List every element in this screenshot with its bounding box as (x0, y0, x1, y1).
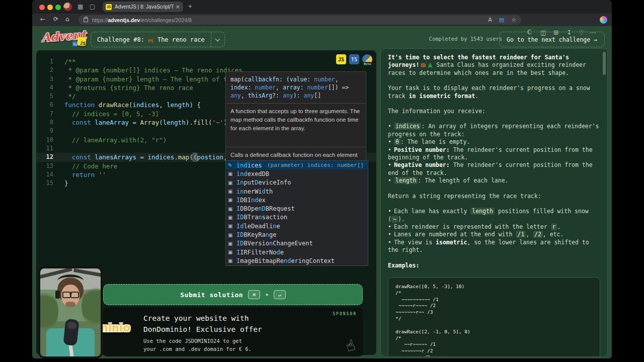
suggest-item[interactable]: ▣ImageBitmapRenderingContext (226, 256, 368, 265)
description-content: It's time to select the fastest reindeer… (381, 49, 607, 269)
line-number: 3 (36, 75, 53, 83)
description-list: •indices: An array of integers represent… (388, 123, 600, 185)
line-number: 2 (36, 66, 53, 74)
global-symbol-icon: ▣ (228, 180, 236, 186)
minimize-window-button[interactable] (47, 5, 53, 10)
read-aloud-icon[interactable]: A (488, 17, 492, 23)
person-beard (65, 302, 75, 307)
global-symbol-icon: ▣ (228, 197, 236, 203)
tree-icon (428, 62, 433, 67)
reindeer-icon (421, 63, 426, 67)
workspaces-icon[interactable]: ▦ (77, 3, 83, 10)
parameter-icon: ✎ (228, 162, 236, 168)
address-bar[interactable]: https://adventjs.dev/en/challenges/2024/… (78, 15, 521, 25)
list-item: •Positive number: The reindeer's current… (388, 146, 600, 162)
tab-close-icon[interactable]: × (176, 4, 180, 10)
enter-key-icon: ↵ (274, 290, 286, 299)
line-number: 9 (36, 127, 53, 135)
suggest-item[interactable]: ▣indexedDB (226, 169, 368, 178)
global-symbol-icon: ▣ (228, 171, 236, 176)
suggest-item[interactable]: ▣IDBVersionChangeEvent (226, 239, 368, 248)
reindeer-icon (147, 37, 154, 43)
line-number: 1 (36, 57, 53, 66)
home-icon[interactable]: ⌂ (65, 16, 69, 23)
list-item: •Each reindeer is represented with the l… (388, 223, 600, 231)
sponsor-title: Create your website with DonDominio! Exc… (143, 313, 262, 335)
suggest-label: IDBVersionChangeEvent (236, 240, 313, 247)
suggest-item[interactable]: ▣IDBTransaction (226, 213, 368, 222)
global-symbol-icon: ▣ (228, 258, 236, 263)
browser-window: ▦ ▢ JS AdventJS | 8: JavaScript/TypeS × … (32, 0, 612, 358)
suggest-item[interactable]: ▣IDBKeyRange (226, 230, 368, 239)
line-number: 5 (36, 92, 53, 101)
suggest-label: innerWidth (236, 188, 273, 195)
suggest-item[interactable]: ✎indices(parameter) indices: number[] (226, 161, 368, 169)
suggest-label: ImageBitmapRenderingContext (236, 257, 335, 264)
tab-title: AdventJS | 8: JavaScript/TypeS (115, 4, 174, 10)
sponsor-banner[interactable]: SPONSOR minio Create your website with D… (103, 308, 363, 356)
close-window-button[interactable] (39, 5, 45, 10)
suggest-item[interactable]: ▣IdleDeadline (226, 222, 368, 230)
cmd-key-icon: ⌘ (248, 290, 260, 299)
global-symbol-icon: ▣ (228, 232, 236, 238)
next-challenge-button[interactable]: Go to the next challenge ⇒ (499, 32, 605, 47)
webcam-video (40, 268, 101, 356)
suggest-item[interactable]: ▣IIRFilterNode (226, 248, 368, 256)
example-block: drawRace([2, -1, 0, 5], 8) /* ~~r~~~~~ /… (395, 329, 593, 357)
suggest-label: IdleDeadline (236, 223, 280, 230)
global-symbol-icon: ▣ (228, 206, 236, 212)
adventjs-logo[interactable]: Advent ts JS (41, 29, 97, 48)
line-number: 14 (36, 170, 53, 179)
zoom-window-button[interactable] (55, 5, 61, 10)
line-number: 11 (36, 144, 53, 153)
line-number: 12 (36, 153, 53, 161)
sidebar-toggle-icon[interactable]: ▢ (90, 3, 95, 10)
suggest-label: IDBIndex (236, 197, 266, 204)
challenge-prefix: Challenge #8: (97, 36, 144, 43)
scrollbar-thumb[interactable] (603, 52, 606, 75)
lock-icon (84, 18, 88, 22)
code-line[interactable]: 1/** (36, 57, 376, 66)
challenge-selector[interactable]: Challenge #8: The reno race (91, 32, 225, 47)
list-item: •0: The lane is empty. (388, 138, 600, 146)
description-paragraph: Examples: (388, 262, 600, 269)
tooltip-description: A function that accepts up to three argu… (226, 104, 366, 147)
suggest-item[interactable]: ▣IDBOpenDBRequest (226, 204, 368, 213)
media-icon[interactable]: ▤ (499, 17, 504, 23)
line-number: 15 (36, 179, 53, 188)
url-text: https://adventjs.dev/en/challenges/2024/… (92, 17, 192, 23)
reload-icon[interactable]: ⟳ (53, 16, 58, 23)
completed-count: Completed by 1543 users (429, 36, 502, 42)
suggest-label: indexedDB (236, 170, 269, 177)
global-symbol-icon: ▣ (228, 249, 236, 255)
autocomplete-list[interactable]: ✎indices(parameter) indices: number[]▣in… (225, 160, 368, 266)
line-number: 8 (36, 118, 53, 127)
suggest-item[interactable]: ▣InputDeviceInfo (226, 178, 368, 187)
favorites-star-icon[interactable]: ☆ (511, 17, 516, 23)
new-tab-button[interactable]: + (188, 3, 192, 10)
headphone-cup (55, 291, 60, 299)
global-symbol-icon: ▣ (228, 215, 236, 220)
list-item: •Each lane has exactly length positions … (388, 208, 600, 223)
chevron-down-icon[interactable] (211, 32, 224, 47)
tab-bar: ▦ ▢ JS AdventJS | 8: JavaScript/TypeS × … (32, 0, 612, 14)
description-paragraph: Return a string representing the race tr… (388, 193, 600, 200)
back-icon[interactable]: ← (40, 16, 45, 23)
profile-avatar[interactable] (63, 3, 72, 11)
suggest-label: IIRFilterNode (236, 249, 284, 256)
description-paragraph: Your task is to display each reindeer's … (388, 84, 600, 100)
submit-solution-button[interactable]: Submit solution ⌘ + ↵ (103, 284, 363, 305)
plus-sign: + (265, 292, 269, 298)
browser-tab[interactable]: JS AdventJS | 8: JavaScript/TypeS × (103, 2, 183, 12)
line-number: 6 (36, 101, 53, 109)
description-list: •Each lane has exactly length positions … (388, 208, 600, 254)
copilot-orb-icon[interactable] (600, 16, 607, 24)
pointer-hand-icon: ☝ (343, 336, 357, 355)
challenge-description-panel: It's time to select the fastest reindeer… (380, 48, 608, 357)
description-paragraph: The information you receive: (388, 108, 600, 115)
list-item: •length: The length of each lane. (388, 177, 600, 185)
suggest-item[interactable]: ▣IDBIndex (226, 196, 368, 204)
suggest-item[interactable]: ▣innerWidth (226, 187, 368, 196)
hover-tooltip: map(callbackfn: (value: number, index: n… (225, 71, 366, 172)
global-symbol-icon: ▣ (228, 223, 236, 229)
